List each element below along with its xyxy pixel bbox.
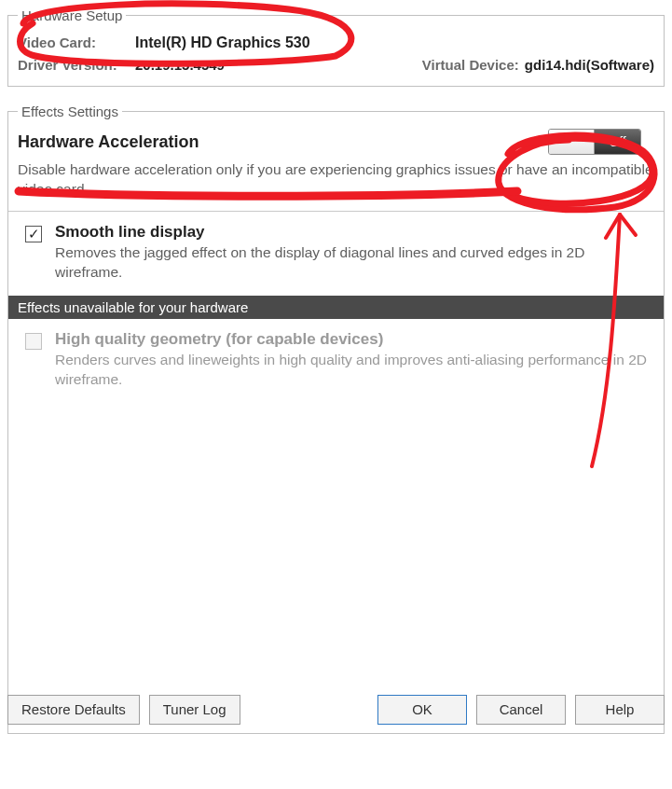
toggle-state-label: Off [595, 130, 640, 154]
hardware-acceleration-toggle[interactable]: Off [548, 129, 641, 155]
driver-virtual-row: Driver Version: 20.19.15.4549 Virtual De… [18, 57, 654, 73]
driver-version-value: 20.19.15.4549 [135, 57, 225, 73]
hardware-acceleration-title: Hardware Acceleration [18, 132, 199, 152]
video-card-label: Video Card: [18, 35, 130, 50]
driver-version-label: Driver Version: [18, 57, 130, 73]
high-quality-geometry-title: High quality geometry (for capable devic… [55, 330, 651, 349]
effects-unavailable-header: Effects unavailable for your hardware [8, 296, 664, 319]
help-button[interactable]: Help [575, 695, 665, 725]
tuner-log-button[interactable]: Tuner Log [149, 695, 240, 725]
virtual-device-value: gdi14.hdi(Software) [525, 57, 654, 73]
hardware-acceleration-description: Disable hardware acceleration only if yo… [18, 160, 654, 200]
restore-defaults-button[interactable]: Restore Defaults [7, 695, 140, 725]
video-card-row: Video Card: Intel(R) HD Graphics 530 [18, 35, 654, 51]
smooth-line-row: Smooth line display Removes the jagged e… [18, 212, 654, 296]
high-quality-geometry-row: High quality geometry (for capable devic… [18, 319, 654, 403]
smooth-line-title: Smooth line display [55, 223, 651, 242]
high-quality-geometry-description: Renders curves and lineweights in high q… [55, 351, 651, 390]
virtual-device-label: Virtual Device: [422, 57, 519, 73]
ok-button[interactable]: OK [377, 695, 467, 725]
hardware-setup-legend: Hardware Setup [18, 7, 126, 23]
effects-settings-legend: Effects Settings [18, 104, 122, 119]
hardware-setup-group: Hardware Setup Video Card: Intel(R) HD G… [7, 7, 665, 87]
high-quality-geometry-checkbox [25, 333, 42, 350]
dialog-button-row: Restore Defaults Tuner Log OK Cancel Hel… [7, 695, 665, 725]
video-card-value: Intel(R) HD Graphics 530 [135, 35, 310, 51]
toggle-knob [549, 130, 595, 154]
effects-settings-group: Effects Settings Hardware Acceleration O… [7, 104, 665, 734]
cancel-button[interactable]: Cancel [476, 695, 566, 725]
smooth-line-description: Removes the jagged effect on the display… [55, 243, 651, 283]
smooth-line-checkbox[interactable] [25, 226, 42, 242]
